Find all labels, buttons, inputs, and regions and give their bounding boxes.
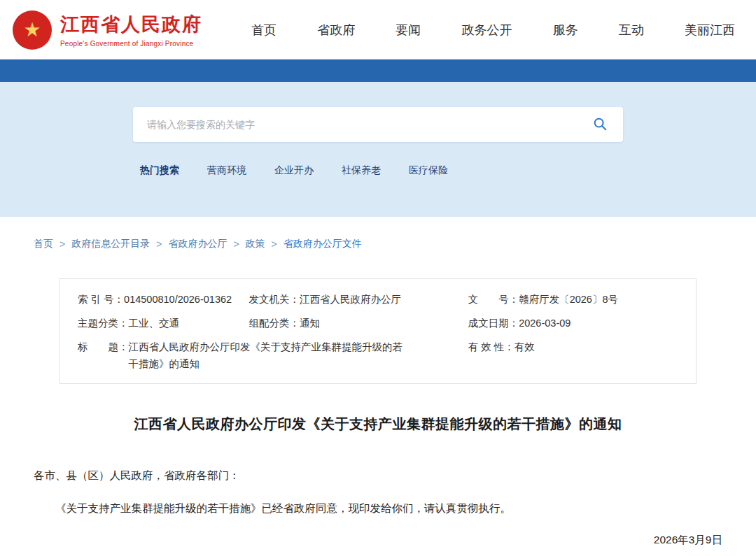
nav-item-services[interactable]: 服务: [553, 22, 578, 38]
breadcrumb: 首页 > 政府信息公开目录 > 省政府办公厅 > 政策 > 省政府办公厅文件: [34, 238, 722, 250]
search-hero: 热门搜索 营商环境 企业开办 社保养老 医疗保险: [0, 82, 756, 217]
nav-item-provincial-government[interactable]: 省政府: [317, 22, 355, 38]
breadcrumb-separator: >: [156, 238, 162, 250]
nav-item-beautiful-jiangxi[interactable]: 美丽江西: [685, 22, 735, 38]
site-title: 江西省人民政府: [60, 12, 202, 37]
meta-issuer-value: 江西省人民政府办公厅: [300, 292, 401, 308]
meta-validity: 有 效 性： 有效: [468, 339, 678, 371]
meta-topic-label: 主题分类：: [78, 315, 129, 332]
breadcrumb-policy[interactable]: 政策: [246, 238, 265, 250]
meta-issuing-agency: 发文机关： 江西省人民政府办公厅: [249, 292, 468, 308]
meta-index-value: 014500810/2026-01362: [124, 292, 232, 308]
site-subtitle: People's Government of Jiangxi Province: [60, 40, 202, 48]
meta-issue-date: 成文日期： 2026-03-09: [468, 315, 678, 332]
breadcrumb-office-documents[interactable]: 省政府办公厅文件: [284, 238, 362, 250]
breadcrumb-general-office[interactable]: 省政府办公厅: [168, 238, 227, 250]
hot-search-link-medical[interactable]: 医疗保险: [409, 164, 448, 177]
nav-item-news[interactable]: 要闻: [396, 22, 421, 38]
meta-topic-category: 主题分类： 工业、交通: [78, 315, 249, 332]
meta-title-value: 江西省人民政府办公厅印发《关于支持产业集群提能升级的若干措施》的通知: [129, 339, 409, 371]
nav-item-interaction[interactable]: 互动: [619, 22, 644, 38]
document-meta-box: 索 引 号： 014500810/2026-01362 发文机关： 江西省人民政…: [59, 278, 696, 384]
meta-date-value: 2026-03-09: [519, 315, 570, 332]
signature-date: 2026年3月9日: [34, 532, 722, 548]
hot-search-link-business[interactable]: 营商环境: [207, 164, 246, 177]
meta-docnum-label: 文 号：: [468, 292, 519, 308]
breadcrumb-home[interactable]: 首页: [34, 238, 53, 250]
hot-search-row: 热门搜索 营商环境 企业开办 社保养老 医疗保险: [140, 164, 756, 177]
salutation: 各市、县（区）人民政府，省政府各部门：: [34, 467, 722, 483]
breadcrumb-info-directory[interactable]: 政府信息公开目录: [71, 238, 150, 250]
meta-group-label: 组配分类：: [249, 315, 300, 332]
breadcrumb-separator: >: [233, 238, 239, 250]
nav-item-home[interactable]: 首页: [251, 22, 276, 38]
breadcrumb-separator: >: [272, 238, 277, 250]
meta-document-number: 文 号： 赣府厅发〔2026〕8号: [468, 292, 678, 308]
meta-docnum-value: 赣府厅发〔2026〕8号: [519, 292, 618, 308]
meta-index-label: 索 引 号：: [78, 292, 124, 308]
meta-title-label: 标 题：: [78, 339, 129, 371]
search-button[interactable]: [591, 115, 609, 134]
meta-topic-value: 工业、交通: [129, 315, 180, 332]
search-box: [133, 107, 623, 142]
document-title: 江西省人民政府办公厅印发《关于支持产业集群提能升级的若干措施》的通知: [34, 415, 722, 434]
meta-title: 标 题： 江西省人民政府办公厅印发《关于支持产业集群提能升级的若干措施》的通知: [78, 339, 468, 371]
hot-search-link-pension[interactable]: 社保养老: [342, 164, 381, 177]
nav-item-gov-affairs[interactable]: 政务公开: [461, 22, 512, 38]
breadcrumb-separator: >: [59, 238, 65, 250]
meta-date-label: 成文日期：: [468, 315, 519, 332]
main-content: 首页 > 政府信息公开目录 > 省政府办公厅 > 政策 > 省政府办公厅文件 索…: [0, 217, 756, 556]
meta-validity-value: 有效: [514, 339, 535, 371]
site-logo[interactable]: ★ 江西省人民政府 People's Government of Jiangxi…: [13, 10, 202, 50]
hot-search-link-enterprise[interactable]: 企业开办: [274, 164, 314, 177]
body-paragraph: 《关于支持产业集群提能升级的若干措施》已经省政府同意，现印发给你们，请认真贯彻执…: [34, 500, 722, 516]
meta-issuer-label: 发文机关：: [249, 292, 300, 308]
national-emblem-icon: ★: [13, 10, 52, 50]
meta-group-value: 通知: [300, 315, 320, 332]
meta-index-number: 索 引 号： 014500810/2026-01362: [78, 292, 249, 308]
meta-validity-label: 有 效 性：: [468, 339, 514, 371]
meta-group-category: 组配分类： 通知: [249, 315, 468, 332]
hot-search-label: 热门搜索: [140, 164, 179, 177]
search-input[interactable]: [147, 119, 591, 130]
site-header: ★ 江西省人民政府 People's Government of Jiangxi…: [0, 0, 756, 59]
document-body: 各市、县（区）人民政府，省政府各部门： 《关于支持产业集群提能升级的若干措施》已…: [34, 467, 722, 556]
header-divider-band: [0, 59, 756, 82]
search-icon: [592, 116, 608, 134]
main-nav: 首页 省政府 要闻 政务公开 服务 互动 美丽江西: [251, 22, 735, 38]
